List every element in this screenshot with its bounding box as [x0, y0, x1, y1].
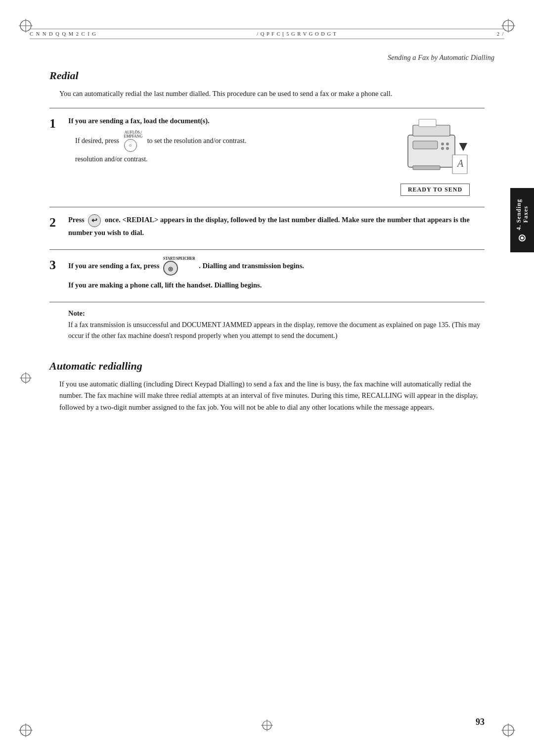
start-speicher-button: START/SPEICHER ◎	[163, 257, 195, 276]
header-left: C N N D Q Q M 2 C I G	[30, 31, 96, 37]
step-1-illustration: ▼ A READY TO SEND	[386, 115, 485, 200]
section2-title: Automatic redialling	[49, 360, 485, 373]
section1-title: Redial	[49, 69, 485, 82]
svg-rect-14	[413, 141, 438, 149]
page-number: 93	[476, 717, 485, 727]
step-3-row: 3 If you are sending a fax, press START/…	[49, 250, 485, 302]
main-content: Redial You can automatically redial the …	[49, 69, 485, 707]
reg-mark-lc	[19, 371, 33, 385]
header-right: 2 /	[497, 31, 504, 37]
redial-button: ↩	[88, 214, 101, 227]
step-3-content: If you are sending a fax, press START/SP…	[68, 257, 485, 295]
reg-mark-bl	[19, 723, 33, 737]
reg-mark-bc	[260, 718, 274, 732]
step-2-number: 2	[49, 214, 68, 242]
reg-mark-br	[501, 723, 515, 737]
note-section: Note: If a fax transmission is unsuccess…	[49, 302, 485, 348]
step-1-row: 1 If you are sending a fax, load the doc…	[49, 108, 485, 207]
fax-machine-svg: ▼ A	[398, 115, 472, 180]
svg-rect-12	[408, 135, 455, 167]
svg-point-17	[441, 147, 444, 150]
page-subtitle: Sending a Fax by Automatic Dialling	[0, 53, 494, 62]
note-text: If a fax transmission is unsuccessful an…	[68, 320, 485, 341]
right-tab-dot	[519, 235, 526, 241]
ready-to-send-box: READY TO SEND	[400, 184, 470, 196]
step-1-content: If you are sending a fax, load the docum…	[68, 115, 386, 200]
header-center: / Q P F C [ 5 G R V G O D G T	[257, 31, 337, 37]
step-3-main: If you are sending a fax, press START/SP…	[68, 257, 480, 276]
svg-rect-20	[419, 119, 436, 127]
section2-para: If you use automatic dialling (including…	[59, 378, 485, 413]
svg-point-18	[446, 147, 449, 150]
svg-rect-19	[413, 166, 440, 170]
ready-to-send-area: READY TO SEND	[400, 180, 470, 196]
step-3-number: 3	[49, 257, 68, 295]
step-2-main: Press ↩ once. <REDIAL> appears in the di…	[68, 214, 480, 238]
step-2-content: Press ↩ once. <REDIAL> appears in the di…	[68, 214, 485, 242]
step-1-sub: If desired, press AUFLÖS./EMPFANG ○ to s…	[75, 131, 381, 152]
section1-intro: You can automatically redial the last nu…	[59, 88, 485, 99]
aufloes-button: AUFLÖS./EMPFANG ○	[124, 131, 143, 152]
svg-text:▼: ▼	[456, 139, 470, 154]
step-2-row: 2 Press ↩ once. <REDIAL> appears in the …	[49, 207, 485, 249]
steps-container: 1 If you are sending a fax, load the doc…	[49, 108, 485, 348]
step-3-extra: If you are making a phone call, lift the…	[68, 280, 480, 290]
svg-point-16	[446, 142, 449, 145]
step-1-number: 1	[49, 115, 68, 200]
right-tab: 4. SendingFaxes	[510, 188, 534, 252]
header-bar: C N N D Q Q M 2 C I G / Q P F C [ 5 G R …	[30, 29, 504, 39]
svg-point-15	[441, 142, 444, 145]
step-1-sub2: resolution and/or contrast.	[75, 154, 381, 164]
svg-text:A: A	[456, 158, 464, 169]
right-tab-text: 4. SendingFaxes	[515, 199, 530, 230]
step-1-main: If you are sending a fax, load the docum…	[68, 115, 381, 126]
note-title: Note:	[68, 309, 485, 318]
